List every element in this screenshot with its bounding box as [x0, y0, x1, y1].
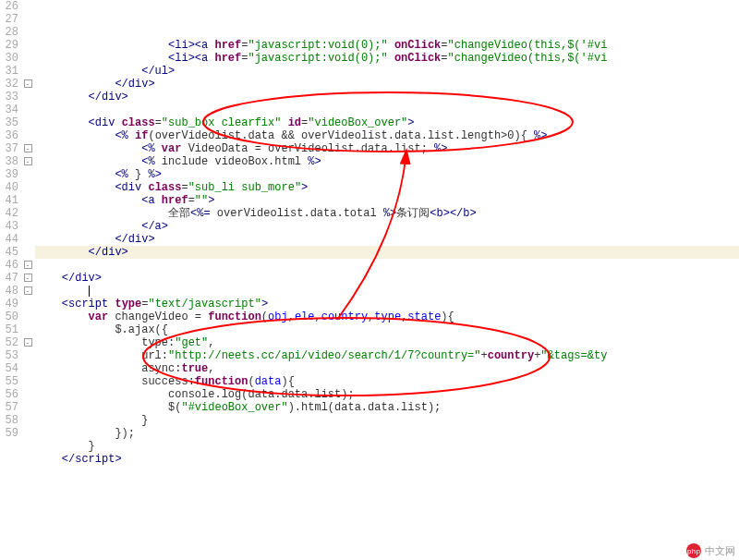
- fold-marker[interactable]: -: [20, 259, 35, 272]
- code-line[interactable]: $.ajax({: [35, 323, 739, 336]
- fold-marker: [20, 13, 35, 26]
- line-number: 36: [0, 129, 20, 142]
- code-line[interactable]: <li><a href="javascript:void(0);" onClic…: [35, 39, 739, 52]
- line-number: 34: [0, 103, 20, 116]
- code-line[interactable]: <% } %>: [35, 168, 739, 181]
- line-number: 38: [0, 155, 20, 168]
- code-line[interactable]: var changeVideo = function(obj,ele,count…: [35, 310, 739, 323]
- fold-marker: [20, 414, 35, 427]
- code-line[interactable]: <% include videoBox.html %>: [35, 155, 739, 168]
- code-line[interactable]: [35, 259, 739, 272]
- fold-marker: [20, 233, 35, 246]
- fold-minus-icon[interactable]: -: [24, 79, 32, 88]
- fold-marker: [20, 401, 35, 414]
- fold-markers: -------: [20, 0, 35, 560]
- code-line[interactable]: </ul>: [35, 65, 739, 78]
- fold-marker: [20, 298, 35, 310]
- fold-marker: [20, 246, 35, 259]
- fold-marker[interactable]: -: [20, 142, 35, 155]
- code-line[interactable]: </div>: [35, 272, 739, 285]
- code-line[interactable]: </script>: [35, 453, 739, 466]
- code-line[interactable]: </a>: [35, 220, 739, 233]
- line-number: 29: [0, 39, 20, 52]
- code-line[interactable]: </div>: [35, 78, 739, 91]
- line-number: 33: [0, 91, 20, 103]
- code-line[interactable]: <% if(overVideolist.data && overVideolis…: [35, 129, 739, 142]
- line-number: 28: [0, 26, 20, 39]
- fold-marker: [20, 220, 35, 233]
- code-line[interactable]: success:function(data){: [35, 375, 739, 388]
- code-line[interactable]: }: [35, 440, 739, 453]
- fold-marker: [20, 103, 35, 116]
- code-line[interactable]: 全部<%= overVideolist.data.total %>条订阅<b><…: [35, 207, 739, 220]
- fold-marker[interactable]: -: [20, 155, 35, 168]
- fold-marker: [20, 349, 35, 362]
- line-number: 31: [0, 65, 20, 78]
- fold-minus-icon[interactable]: -: [24, 286, 32, 295]
- code-line[interactable]: </div>: [35, 233, 739, 246]
- fold-marker: [20, 129, 35, 142]
- line-number: 45: [0, 246, 20, 259]
- text-caret: [89, 286, 90, 297]
- code-line[interactable]: <script type="text/javascript">: [35, 298, 739, 310]
- line-number: 49: [0, 298, 20, 310]
- fold-marker: [20, 26, 35, 39]
- fold-marker: [20, 39, 35, 52]
- fold-minus-icon[interactable]: -: [24, 338, 32, 347]
- code-line[interactable]: [35, 103, 739, 116]
- fold-marker: [20, 0, 35, 13]
- code-line[interactable]: $("#videoBox_over").html(data.data.list)…: [35, 401, 739, 414]
- fold-marker: [20, 310, 35, 323]
- fold-minus-icon[interactable]: -: [24, 157, 32, 165]
- watermark-logo-icon: php: [686, 543, 701, 558]
- code-line[interactable]: }: [35, 414, 739, 427]
- code-line[interactable]: <li><a href="javascript:void(0);" onClic…: [35, 52, 739, 65]
- line-number: 52: [0, 336, 20, 349]
- fold-marker: [20, 207, 35, 220]
- line-numbers: 2627282930313233343536373839404142434445…: [0, 0, 20, 560]
- fold-marker[interactable]: -: [20, 285, 35, 298]
- fold-marker: [20, 91, 35, 103]
- line-number: 30: [0, 52, 20, 65]
- fold-marker[interactable]: -: [20, 272, 35, 285]
- line-number: 42: [0, 207, 20, 220]
- code-line[interactable]: });: [35, 427, 739, 440]
- fold-marker: [20, 65, 35, 78]
- code-area[interactable]: <li><a href="javascript:void(0);" onClic…: [35, 0, 739, 560]
- code-line[interactable]: </div>: [35, 246, 739, 259]
- code-line[interactable]: <div class="sub_box clearfix" id="videoB…: [35, 116, 739, 129]
- code-line[interactable]: </div>: [35, 91, 739, 103]
- fold-marker: [20, 116, 35, 129]
- line-number: 44: [0, 233, 20, 246]
- code-line[interactable]: <a href="">: [35, 194, 739, 207]
- code-line[interactable]: type:"get",: [35, 336, 739, 349]
- code-line[interactable]: async:true,: [35, 362, 739, 375]
- fold-marker: [20, 375, 35, 388]
- code-line[interactable]: <div class="sub_li sub_more">: [35, 181, 739, 194]
- fold-marker: [20, 181, 35, 194]
- line-number: 51: [0, 323, 20, 336]
- line-number: 43: [0, 220, 20, 233]
- line-number: 26: [0, 0, 20, 13]
- fold-minus-icon[interactable]: -: [24, 274, 32, 282]
- line-number: 27: [0, 13, 20, 26]
- line-number: 32: [0, 78, 20, 91]
- fold-marker: [20, 427, 35, 440]
- line-number: 50: [0, 310, 20, 323]
- code-line[interactable]: console.log(data.data.list);: [35, 388, 739, 401]
- fold-minus-icon[interactable]: -: [24, 144, 32, 152]
- line-number: 55: [0, 375, 20, 388]
- code-line[interactable]: <% var VideoData = overVideolist.data.li…: [35, 142, 739, 155]
- fold-marker[interactable]: -: [20, 78, 35, 91]
- line-number: 39: [0, 168, 20, 181]
- line-number: 46: [0, 259, 20, 272]
- fold-minus-icon[interactable]: -: [24, 261, 32, 269]
- code-line[interactable]: [35, 466, 739, 479]
- line-number: 54: [0, 362, 20, 375]
- code-line[interactable]: url:"http://neets.cc/api/video/search/1/…: [35, 349, 739, 362]
- fold-marker: [20, 388, 35, 401]
- fold-marker: [20, 168, 35, 181]
- fold-marker[interactable]: -: [20, 336, 35, 349]
- line-number: 40: [0, 181, 20, 194]
- code-line[interactable]: [35, 285, 739, 298]
